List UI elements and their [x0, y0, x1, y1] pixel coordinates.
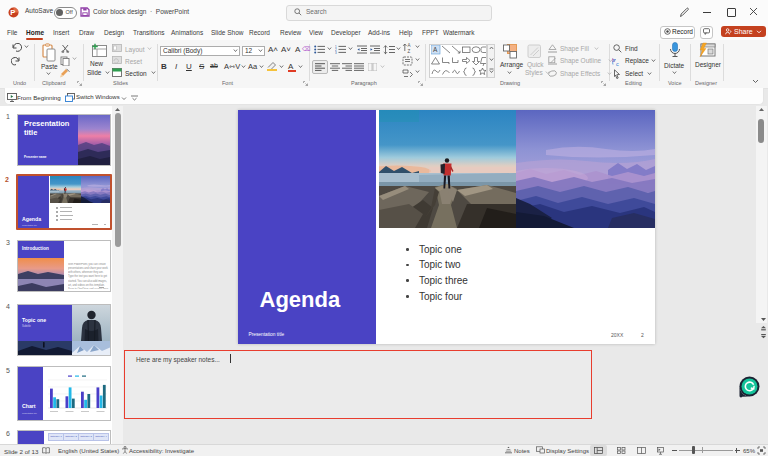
- svg-text:c: c: [616, 60, 619, 66]
- svg-text:3: 3: [335, 51, 337, 54]
- svg-text:Z: Z: [408, 49, 411, 54]
- svg-text:A: A: [433, 46, 438, 53]
- svg-text:A: A: [408, 43, 411, 48]
- svg-text:P: P: [10, 8, 15, 17]
